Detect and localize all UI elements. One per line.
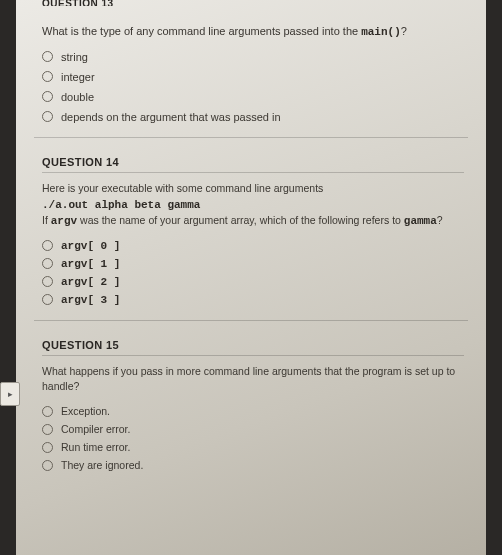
q13-option-2[interactable]: double (42, 91, 464, 103)
question-15: QUESTION 15 What happens if you pass in … (16, 321, 486, 486)
q14-cmd: ./a.out alpha beta gamma (42, 199, 200, 211)
q13-options: string integer double depends on the arg… (42, 51, 464, 123)
q15-option-2-label: Run time error. (61, 441, 130, 453)
radio-icon (42, 276, 53, 287)
q14-option-1-label: argv[ 1 ] (61, 258, 120, 270)
q14-line1: Here is your executable with some comman… (42, 182, 323, 194)
radio-icon (42, 91, 53, 102)
q15-options: Exception. Compiler error. Run time erro… (42, 405, 464, 471)
q13-option-0[interactable]: string (42, 51, 464, 63)
radio-icon (42, 51, 53, 62)
radio-icon (42, 406, 53, 417)
q13-option-1-label: integer (61, 71, 95, 83)
q14-line2-code2: gamma (404, 215, 437, 227)
q15-stem: What happens if you pass in more command… (42, 364, 464, 396)
q14-options: argv[ 0 ] argv[ 1 ] argv[ 2 ] argv[ 3 ] (42, 240, 464, 306)
q15-option-3-label: They are ignored. (61, 459, 143, 471)
q13-option-2-label: double (61, 91, 94, 103)
radio-icon (42, 71, 53, 82)
q15-option-1[interactable]: Compiler error. (42, 423, 464, 435)
q15-option-0-label: Exception. (61, 405, 110, 417)
q13-stem: What is the type of any command line arg… (42, 24, 464, 41)
side-tab-handle[interactable]: ▸ (0, 382, 20, 406)
page: QUESTION 13 What is the type of any comm… (16, 0, 486, 555)
q14-option-2[interactable]: argv[ 2 ] (42, 276, 464, 288)
q14-line2-post: ? (437, 214, 443, 226)
q14-option-0[interactable]: argv[ 0 ] (42, 240, 464, 252)
q14-option-3[interactable]: argv[ 3 ] (42, 294, 464, 306)
q15-title: QUESTION 15 (42, 339, 464, 356)
q14-option-0-label: argv[ 0 ] (61, 240, 120, 252)
q14-line2-code1: argv (51, 215, 77, 227)
q13-stem-code: main() (361, 26, 401, 38)
q14-stem: Here is your executable with some comman… (42, 181, 464, 230)
q14-title: QUESTION 14 (42, 156, 464, 173)
q15-option-3[interactable]: They are ignored. (42, 459, 464, 471)
radio-icon (42, 294, 53, 305)
q14-line2-pre: If (42, 214, 51, 226)
q13-option-3[interactable]: depends on the argument that was passed … (42, 111, 464, 123)
radio-icon (42, 424, 53, 435)
question-13: What is the type of any command line arg… (16, 6, 486, 137)
radio-icon (42, 442, 53, 453)
radio-icon (42, 240, 53, 251)
q13-option-3-label: depends on the argument that was passed … (61, 111, 281, 123)
q15-option-2[interactable]: Run time error. (42, 441, 464, 453)
q13-option-1[interactable]: integer (42, 71, 464, 83)
q13-option-0-label: string (61, 51, 88, 63)
radio-icon (42, 460, 53, 471)
q14-option-3-label: argv[ 3 ] (61, 294, 120, 306)
q14-option-1[interactable]: argv[ 1 ] (42, 258, 464, 270)
q14-option-2-label: argv[ 2 ] (61, 276, 120, 288)
q15-option-1-label: Compiler error. (61, 423, 130, 435)
chevron-right-icon: ▸ (8, 389, 13, 399)
radio-icon (42, 258, 53, 269)
q14-line2-mid: was the name of your argument array, whi… (77, 214, 404, 226)
q15-option-0[interactable]: Exception. (42, 405, 464, 417)
q13-stem-pre: What is the type of any command line arg… (42, 25, 361, 37)
radio-icon (42, 111, 53, 122)
question-14: QUESTION 14 Here is your executable with… (16, 138, 486, 320)
q13-stem-post: ? (401, 25, 407, 37)
